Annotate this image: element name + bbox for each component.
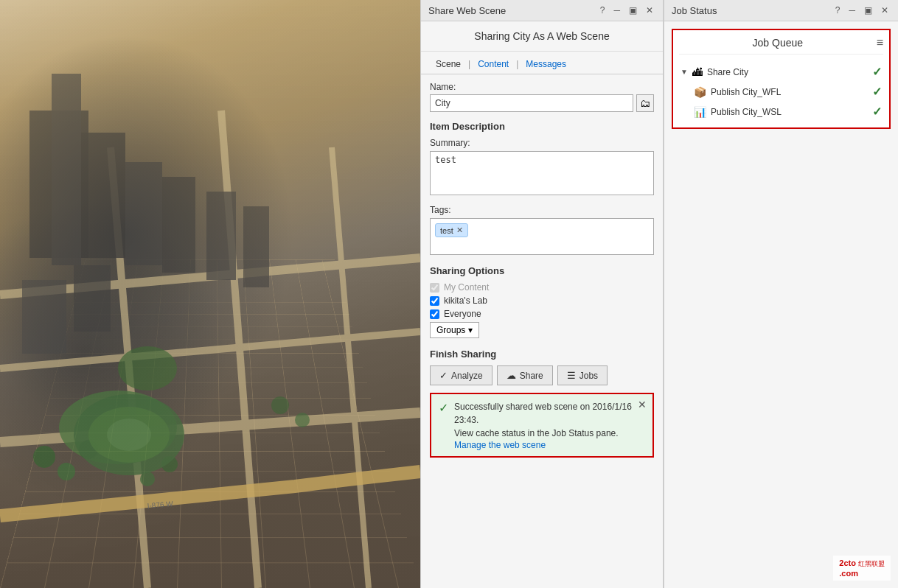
- svg-rect-15: [22, 280, 66, 354]
- job-panel-controls: ? ─ ▣ ✕: [833, 4, 891, 16]
- job-panel-help[interactable]: ?: [833, 4, 843, 16]
- share-panel-pin[interactable]: ─: [611, 4, 622, 16]
- job-queue-menu-btn[interactable]: ≡: [877, 36, 883, 49]
- tag-remove-btn[interactable]: ✕: [456, 225, 463, 235]
- my-content-checkbox[interactable]: [430, 283, 439, 293]
- job-panel-pin[interactable]: ─: [846, 4, 857, 16]
- everyone-label: Everyone: [444, 309, 481, 319]
- share-cloud-icon: ☁: [507, 370, 516, 381]
- job-panel-body: Job Queue ≡ ▼ 🏙 Share City ✓ 📦 Publish C…: [664, 21, 898, 588]
- share-panel-subtitle: Sharing City As A Web Scene: [421, 21, 663, 52]
- job-queue-title: Job Queue: [679, 37, 877, 49]
- panel-tabs: Scene | Content | Messages: [421, 52, 663, 74]
- finish-sharing-section: Finish Sharing ✓ Analyze ☁ Share ☰ Jobs: [430, 349, 654, 385]
- item-description-title: Item Description: [430, 121, 654, 132]
- svg-line-5: [332, 147, 369, 588]
- publish-wfl-status: ✓: [872, 85, 882, 99]
- tags-container[interactable]: test ✕: [430, 218, 654, 255]
- summary-input[interactable]: test: [430, 151, 654, 195]
- svg-rect-13: [206, 192, 236, 280]
- share-panel-header: Share Web Scene ? ─ ▣ ✕: [421, 0, 663, 21]
- map-view: I-876 W: [0, 0, 420, 588]
- watermark-subtext: 红黑联盟: [858, 560, 885, 567]
- svg-rect-14: [243, 206, 269, 287]
- success-close-btn[interactable]: ✕: [638, 399, 647, 410]
- share-city-status: ✓: [872, 65, 882, 79]
- svg-point-7: [118, 346, 177, 391]
- watermark-bottom: .com: [839, 569, 858, 578]
- tab-messages[interactable]: Messages: [520, 56, 572, 74]
- kikita-lab-label: kikita's Lab: [444, 295, 487, 306]
- checkbox-everyone: Everyone: [430, 309, 654, 319]
- tab-content[interactable]: Content: [472, 56, 515, 74]
- groups-label: Groups: [436, 325, 465, 335]
- tab-scene[interactable]: Scene: [430, 56, 467, 74]
- job-panel-float[interactable]: ▣: [862, 4, 874, 16]
- success-check-icon: ✓: [439, 401, 448, 415]
- svg-point-17: [33, 446, 55, 468]
- groups-dropdown-icon: ▾: [468, 325, 473, 335]
- share-panel-float[interactable]: ▣: [627, 4, 639, 16]
- name-row: 🗂: [430, 94, 654, 112]
- svg-point-23: [295, 413, 310, 427]
- success-message: ✕ ✓ Successfully shared web scene on 201…: [430, 393, 654, 458]
- svg-rect-16: [74, 265, 111, 332]
- checkbox-my-content: My Content: [430, 282, 654, 293]
- job-panel-header: Job Status ? ─ ▣ ✕: [664, 0, 898, 21]
- tag-label: test: [440, 226, 453, 235]
- jobs-icon: ☰: [567, 370, 576, 381]
- job-item-publish-wsl[interactable]: 📊 Publish City_WSL ✓: [679, 102, 883, 122]
- checkbox-kikita-lab: kikita's Lab: [430, 295, 654, 306]
- name-label: Name:: [430, 82, 654, 92]
- watermark: 2cto 红黑联盟 .com: [833, 556, 891, 581]
- share-button[interactable]: ☁ Share: [497, 365, 553, 385]
- share-panel-controls: ? ─ ▣ ✕: [598, 4, 655, 16]
- job-share-city-name: Share City: [707, 67, 868, 77]
- groups-button[interactable]: Groups ▾: [430, 322, 479, 338]
- folder-button[interactable]: 🗂: [636, 94, 654, 112]
- tag-test: test ✕: [435, 223, 468, 237]
- everyone-checkbox[interactable]: [430, 309, 439, 319]
- tags-label: Tags:: [430, 205, 654, 215]
- my-content-label: My Content: [444, 282, 489, 293]
- publish-wsl-icon: 📊: [694, 106, 706, 118]
- svg-point-26: [107, 419, 151, 451]
- job-panel-close[interactable]: ✕: [879, 4, 891, 16]
- sharing-options-title: Sharing Options: [430, 265, 654, 276]
- share-label: Share: [520, 371, 543, 381]
- job-queue-header: Job Queue ≡: [679, 36, 883, 55]
- analyze-button[interactable]: ✓ Analyze: [430, 365, 492, 385]
- finish-sharing-title: Finish Sharing: [430, 349, 654, 360]
- svg-rect-9: [52, 74, 81, 265]
- svg-point-22: [271, 396, 289, 414]
- svg-rect-12: [162, 177, 195, 273]
- jobs-button[interactable]: ☰ Jobs: [557, 365, 608, 385]
- publish-wsl-status: ✓: [872, 105, 882, 119]
- job-item-share-city[interactable]: ▼ 🏙 Share City ✓: [679, 62, 883, 82]
- expand-icon: ▼: [681, 68, 688, 76]
- kikita-lab-checkbox[interactable]: [430, 296, 439, 306]
- share-panel-help[interactable]: ?: [598, 4, 608, 16]
- job-panel-title: Job Status: [672, 5, 717, 16]
- svg-text:I-876 W: I-876 W: [147, 500, 173, 510]
- job-publish-wfl-name: Publish City_WFL: [711, 87, 868, 97]
- share-city-icon: 🏙: [692, 66, 703, 78]
- analyze-label: Analyze: [451, 371, 483, 381]
- svg-rect-11: [125, 162, 162, 265]
- svg-rect-10: [81, 133, 125, 258]
- action-buttons: ✓ Analyze ☁ Share ☰ Jobs: [430, 365, 654, 385]
- share-panel-title: Share Web Scene: [428, 5, 506, 16]
- job-item-publish-wfl[interactable]: 📦 Publish City_WFL ✓: [679, 82, 883, 102]
- success-line1: Successfully shared web scene on 2016/1/…: [454, 400, 645, 427]
- groups-row: Groups ▾: [430, 322, 654, 338]
- analyze-icon: ✓: [439, 370, 448, 381]
- success-line2: View cache status in the Job Status pane…: [454, 427, 645, 440]
- share-panel-close[interactable]: ✕: [644, 4, 655, 16]
- job-publish-wsl-name: Publish City_WSL: [711, 107, 868, 117]
- manage-web-scene-link[interactable]: Manage the web scene: [454, 440, 546, 450]
- svg-point-18: [58, 463, 75, 480]
- share-web-scene-panel: Share Web Scene ? ─ ▣ ✕ Sharing City As …: [420, 0, 664, 588]
- watermark-text: 2cto: [839, 559, 856, 567]
- name-input[interactable]: [430, 94, 633, 112]
- sharing-options: My Content kikita's Lab Everyone Groups …: [430, 282, 654, 338]
